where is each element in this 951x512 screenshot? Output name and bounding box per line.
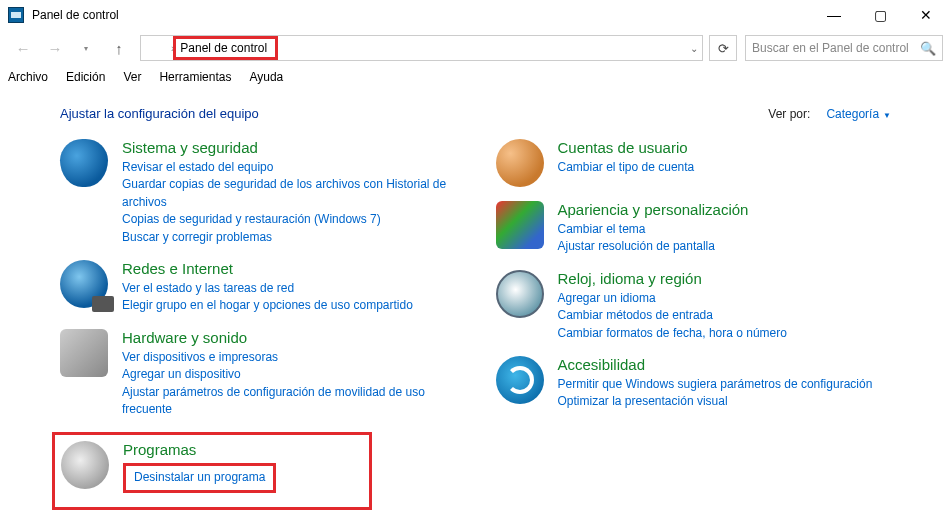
close-button[interactable]: ✕ bbox=[903, 0, 949, 30]
highlight-address: Panel de control bbox=[173, 36, 278, 60]
link-screen-resolution[interactable]: Ajustar resolución de pantalla bbox=[558, 238, 892, 255]
category-title[interactable]: Apariencia y personalización bbox=[558, 201, 892, 218]
printer-icon bbox=[60, 329, 108, 377]
viewby-label: Ver por: bbox=[768, 107, 810, 121]
globe-icon bbox=[60, 260, 108, 308]
link-review-status[interactable]: Revisar el estado del equipo bbox=[122, 159, 456, 176]
menu-help[interactable]: Ayuda bbox=[249, 70, 283, 84]
maximize-button[interactable]: ▢ bbox=[857, 0, 903, 30]
address-dropdown-icon[interactable]: ⌄ bbox=[690, 43, 698, 54]
category-title[interactable]: Redes e Internet bbox=[122, 260, 456, 277]
highlight-programs: Programas Desinstalar un programa bbox=[52, 432, 372, 509]
address-bar[interactable]: › Panel de control ⌄ bbox=[140, 35, 703, 61]
shield-icon bbox=[60, 139, 108, 187]
category-network: Redes e Internet Ver el estado y las tar… bbox=[60, 260, 456, 315]
nav-toolbar: ← → ▾ ↑ › Panel de control ⌄ ⟳ Buscar en… bbox=[0, 30, 951, 66]
content-area: Ajustar la configuración del equipo Ver … bbox=[0, 88, 951, 512]
search-placeholder: Buscar en el Panel de control bbox=[752, 41, 909, 55]
monitor-icon bbox=[496, 201, 544, 249]
page-title: Ajustar la configuración del equipo bbox=[60, 106, 768, 121]
category-title[interactable]: Cuentas de usuario bbox=[558, 139, 892, 156]
link-uninstall-program[interactable]: Desinstalar un programa bbox=[134, 470, 265, 484]
categories: Sistema y seguridad Revisar el estado de… bbox=[60, 139, 891, 510]
control-panel-icon bbox=[145, 38, 165, 58]
link-add-device[interactable]: Agregar un dispositivo bbox=[122, 366, 456, 383]
search-icon[interactable]: 🔍 bbox=[920, 41, 936, 56]
clock-icon bbox=[496, 270, 544, 318]
category-title[interactable]: Hardware y sonido bbox=[122, 329, 456, 346]
viewby-dropdown[interactable]: Categoría▼ bbox=[826, 107, 891, 121]
category-hardware: Hardware y sonido Ver dispositivos e imp… bbox=[60, 329, 456, 419]
disc-icon bbox=[61, 441, 109, 489]
breadcrumb[interactable]: Panel de control bbox=[178, 41, 269, 55]
up-button[interactable]: ↑ bbox=[104, 34, 134, 62]
category-clock-language: Reloj, idioma y región Agregar un idioma… bbox=[496, 270, 892, 342]
link-optimize-visual[interactable]: Optimizar la presentación visual bbox=[558, 393, 892, 410]
category-title[interactable]: Accesibilidad bbox=[558, 356, 892, 373]
window-title: Panel de control bbox=[32, 8, 811, 22]
link-change-theme[interactable]: Cambiar el tema bbox=[558, 221, 892, 238]
search-input[interactable]: Buscar en el Panel de control 🔍 bbox=[745, 35, 943, 61]
recent-locations-button[interactable]: ▾ bbox=[72, 34, 102, 62]
users-icon bbox=[496, 139, 544, 187]
link-homegroup[interactable]: Elegir grupo en el hogar y opciones de u… bbox=[122, 297, 456, 314]
chevron-down-icon: ▼ bbox=[883, 111, 891, 120]
ease-of-access-icon bbox=[496, 356, 544, 404]
category-programs: Programas Desinstalar un programa bbox=[61, 441, 299, 492]
right-column: Cuentas de usuario Cambiar el tipo de cu… bbox=[496, 139, 892, 510]
link-add-language[interactable]: Agregar un idioma bbox=[558, 290, 892, 307]
link-network-status[interactable]: Ver el estado y las tareas de red bbox=[122, 280, 456, 297]
menu-bar: Archivo Edición Ver Herramientas Ayuda bbox=[0, 66, 951, 88]
link-change-account-type[interactable]: Cambiar el tipo de cuenta bbox=[558, 159, 892, 176]
menu-tools[interactable]: Herramientas bbox=[159, 70, 231, 84]
link-file-history[interactable]: Guardar copias de seguridad de los archi… bbox=[122, 176, 456, 211]
menu-view[interactable]: Ver bbox=[123, 70, 141, 84]
category-user-accounts: Cuentas de usuario Cambiar el tipo de cu… bbox=[496, 139, 892, 187]
category-title[interactable]: Sistema y seguridad bbox=[122, 139, 456, 156]
refresh-button[interactable]: ⟳ bbox=[709, 35, 737, 61]
control-panel-icon bbox=[8, 7, 24, 23]
minimize-button[interactable]: — bbox=[811, 0, 857, 30]
page-header: Ajustar la configuración del equipo Ver … bbox=[60, 106, 891, 121]
titlebar: Panel de control — ▢ ✕ bbox=[0, 0, 951, 30]
link-mobility[interactable]: Ajustar parámetros de configuración de m… bbox=[122, 384, 456, 419]
back-button[interactable]: ← bbox=[8, 34, 38, 62]
menu-file[interactable]: Archivo bbox=[8, 70, 48, 84]
highlight-uninstall: Desinstalar un programa bbox=[123, 463, 276, 492]
category-title[interactable]: Reloj, idioma y región bbox=[558, 270, 892, 287]
link-troubleshoot[interactable]: Buscar y corregir problemas bbox=[122, 229, 456, 246]
link-devices-printers[interactable]: Ver dispositivos e impresoras bbox=[122, 349, 456, 366]
link-suggest-settings[interactable]: Permitir que Windows sugiera parámetros … bbox=[558, 376, 892, 393]
forward-button[interactable]: → bbox=[40, 34, 70, 62]
link-input-methods[interactable]: Cambiar métodos de entrada bbox=[558, 307, 892, 324]
category-appearance: Apariencia y personalización Cambiar el … bbox=[496, 201, 892, 256]
category-title[interactable]: Programas bbox=[123, 441, 299, 458]
link-backup-restore[interactable]: Copias de seguridad y restauración (Wind… bbox=[122, 211, 456, 228]
menu-edit[interactable]: Edición bbox=[66, 70, 105, 84]
category-accessibility: Accesibilidad Permitir que Windows sugie… bbox=[496, 356, 892, 411]
link-date-formats[interactable]: Cambiar formatos de fecha, hora o número bbox=[558, 325, 892, 342]
left-column: Sistema y seguridad Revisar el estado de… bbox=[60, 139, 456, 510]
category-system-security: Sistema y seguridad Revisar el estado de… bbox=[60, 139, 456, 246]
